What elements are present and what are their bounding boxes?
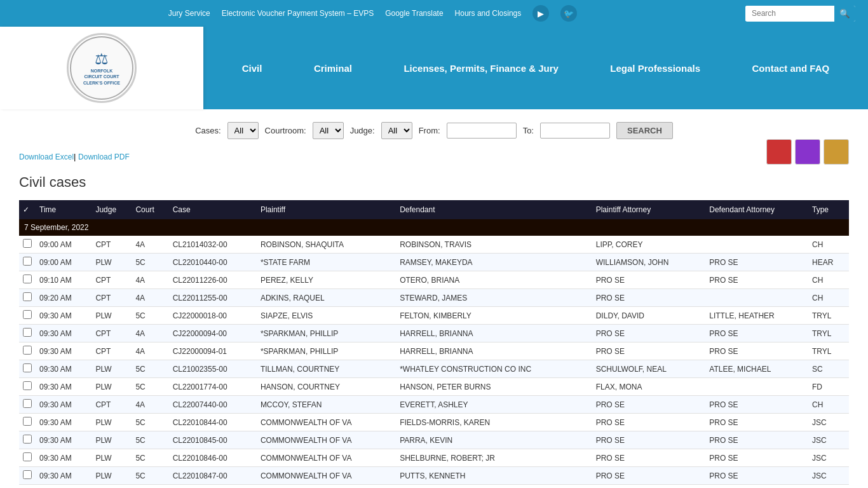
header: ⚖ NORFOLKCIRCUIT COURTCLERK'S OFFICE Civ…	[0, 27, 868, 109]
row-case: CL21014032-00	[169, 236, 257, 254]
jury-service-link[interactable]: Jury Service	[168, 9, 210, 18]
table-row: 09:30 AM PLW 5C CL22001774-00 HANSON, CO…	[19, 378, 849, 396]
twitter-icon[interactable]: 🐦	[560, 5, 577, 22]
row-checkbox[interactable]	[23, 346, 32, 355]
youtube-icon[interactable]: ▶	[532, 5, 549, 22]
row-defendant-attorney: PRO SE	[705, 342, 808, 360]
row-checkbox[interactable]	[23, 292, 32, 301]
row-court: 4A	[132, 396, 168, 414]
row-checkbox[interactable]	[23, 310, 32, 319]
row-plaintiff-attorney: PRO SE	[592, 396, 706, 414]
row-type: CH	[808, 289, 849, 307]
row-type: TRYL	[808, 307, 849, 325]
nav-criminal[interactable]: Criminal	[314, 63, 352, 74]
cases-table: ✓ Time Judge Court Case Plaintiff Defend…	[19, 200, 849, 485]
row-plaintiff-attorney: WILLIAMSON, JOHN	[592, 254, 706, 271]
google-translate-link[interactable]: Google Translate	[385, 9, 443, 18]
row-plaintiff: COMMONWEALTH OF VA	[257, 431, 396, 449]
col-check: ✓	[19, 200, 36, 219]
search-input[interactable]	[745, 6, 834, 21]
row-checkbox[interactable]	[23, 381, 32, 390]
separator: |	[74, 152, 76, 161]
table-row: 09:10 AM CPT 4A CL22011226-00 PEREZ, KEL…	[19, 271, 849, 289]
row-plaintiff: COMMONWEALTH OF VA	[257, 414, 396, 431]
row-check-cell[interactable]	[19, 271, 36, 289]
row-check-cell[interactable]	[19, 378, 36, 396]
search-button[interactable]: SEARCH	[616, 122, 673, 139]
row-type: JSC	[808, 431, 849, 449]
row-check-cell[interactable]	[19, 236, 36, 254]
to-date-input[interactable]: 09/07/2022	[540, 123, 610, 139]
download-excel-link[interactable]: Download Excel	[19, 152, 74, 161]
table-row: 09:00 AM PLW 5C CL22010440-00 *STATE FAR…	[19, 254, 849, 271]
courtroom-select[interactable]: All	[313, 122, 344, 139]
row-judge: CPT	[92, 325, 132, 342]
row-checkbox[interactable]	[23, 399, 32, 408]
evps-link[interactable]: Electronic Voucher Payment System – EVPS	[222, 9, 374, 18]
row-type: JSC	[808, 467, 849, 485]
table-header-row: ✓ Time Judge Court Case Plaintiff Defend…	[19, 200, 849, 219]
judge-select[interactable]: All	[381, 122, 412, 139]
nav-civil[interactable]: Civil	[242, 63, 262, 74]
row-checkbox[interactable]	[23, 257, 32, 266]
cases-select[interactable]: All	[227, 122, 259, 139]
row-case: CL22010846-00	[169, 449, 257, 467]
row-case: CL22001774-00	[169, 378, 257, 396]
row-defendant-attorney: PRO SE	[705, 467, 808, 485]
row-checkbox[interactable]	[23, 417, 32, 426]
row-checkbox[interactable]	[23, 274, 32, 283]
row-check-cell[interactable]	[19, 449, 36, 467]
row-plaintiff-attorney: DILDY, DAVID	[592, 307, 706, 325]
row-case: CL22011226-00	[169, 271, 257, 289]
row-type: HEAR	[808, 254, 849, 271]
from-label: From:	[419, 126, 440, 135]
row-defendant: FELTON, KIMBERLY	[396, 307, 592, 325]
row-time: 09:30 AM	[36, 342, 92, 360]
from-date-input[interactable]: 09/07/2022	[447, 123, 517, 139]
row-checkbox[interactable]	[23, 452, 32, 461]
row-court: 5C	[132, 254, 168, 271]
row-checkbox[interactable]	[23, 435, 32, 444]
to-label: To:	[523, 126, 534, 135]
row-type: JSC	[808, 414, 849, 431]
nav-licenses[interactable]: Licenses, Permits, Finance & Jury	[403, 63, 558, 74]
row-time: 09:10 AM	[36, 271, 92, 289]
row-check-cell[interactable]	[19, 467, 36, 485]
search-submit-button[interactable]: 🔍	[834, 6, 855, 22]
nav-legal[interactable]: Legal Professionals	[610, 63, 700, 74]
row-checkbox[interactable]	[23, 328, 32, 337]
row-check-cell[interactable]	[19, 254, 36, 271]
download-pdf-link[interactable]: Download PDF	[78, 152, 130, 161]
col-defendant-attorney: Defendant Attorney	[705, 200, 808, 219]
top-nav-links: Jury Service Electronic Voucher Payment …	[13, 5, 733, 22]
col-type: Type	[808, 200, 849, 219]
row-court: 4A	[132, 342, 168, 360]
row-case: CL22010844-00	[169, 414, 257, 431]
row-check-cell[interactable]	[19, 325, 36, 342]
row-defendant-attorney: PRO SE	[705, 271, 808, 289]
row-judge: PLW	[92, 360, 132, 378]
nav-contact[interactable]: Contact and FAQ	[752, 63, 830, 74]
row-plaintiff-attorney: PRO SE	[592, 342, 706, 360]
courtroom-label: Courtroom:	[265, 126, 306, 135]
row-check-cell[interactable]	[19, 289, 36, 307]
row-checkbox[interactable]	[23, 470, 32, 479]
row-plaintiff: SIAPZE, ELVIS	[257, 307, 396, 325]
row-judge: CPT	[92, 236, 132, 254]
row-checkbox[interactable]	[23, 239, 32, 248]
hours-closings-link[interactable]: Hours and Closings	[455, 9, 522, 18]
row-check-cell[interactable]	[19, 396, 36, 414]
logo-area: ⚖ NORFOLKCIRCUIT COURTCLERK'S OFFICE	[0, 27, 203, 109]
row-plaintiff: HANSON, COURTNEY	[257, 378, 396, 396]
row-check-cell[interactable]	[19, 307, 36, 325]
row-type: FD	[808, 378, 849, 396]
row-court: 4A	[132, 271, 168, 289]
row-plaintiff-attorney: SCHULWOLF, NEAL	[592, 360, 706, 378]
row-check-cell[interactable]	[19, 342, 36, 360]
legend-color-gold	[824, 139, 849, 165]
row-check-cell[interactable]	[19, 414, 36, 431]
row-checkbox[interactable]	[23, 363, 32, 372]
row-check-cell[interactable]	[19, 360, 36, 378]
table-row: 09:30 AM PLW 5C CL22010845-00 COMMONWEAL…	[19, 431, 849, 449]
row-check-cell[interactable]	[19, 431, 36, 449]
